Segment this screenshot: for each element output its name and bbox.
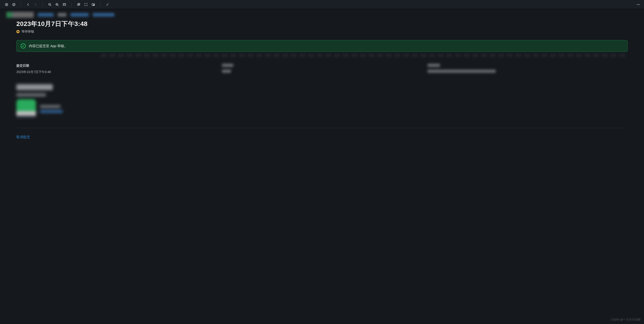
cancel-submit-link[interactable]: 取消提交 bbox=[16, 135, 30, 139]
content-area: 2023年10月7日下午3:48 等待审核 内容已提交至 App 审核。 提交日… bbox=[0, 19, 644, 148]
toolbar-group-close bbox=[2, 1, 19, 8]
fit-width-icon[interactable] bbox=[61, 1, 68, 8]
alert-message: 内容已提交至 App 审核。 bbox=[29, 44, 68, 48]
detail-label: 提交日期 bbox=[16, 64, 216, 68]
breadcrumb-item-redacted bbox=[93, 13, 114, 17]
detail-col-redacted bbox=[428, 64, 628, 74]
status-badge: 等待审核 bbox=[22, 30, 34, 34]
detail-col-submit-date: 提交日期 2023年10月7日下午3:48 bbox=[16, 64, 216, 74]
toolbar-group-tools bbox=[103, 1, 112, 8]
picture-in-picture-icon[interactable] bbox=[90, 1, 97, 8]
check-circle-icon bbox=[21, 44, 26, 49]
more-icon[interactable] bbox=[634, 1, 642, 8]
divider bbox=[16, 128, 628, 128]
toolbar-group-nav bbox=[24, 1, 40, 8]
details-grid: 提交日期 2023年10月7日下午3:48 bbox=[16, 64, 628, 74]
svg-point-11 bbox=[639, 4, 640, 5]
svg-point-9 bbox=[637, 4, 638, 5]
toolbar-group-window bbox=[74, 1, 98, 8]
toolbar-group-zoom bbox=[45, 1, 69, 8]
window-toolbar bbox=[0, 0, 644, 9]
magic-wand-icon[interactable] bbox=[104, 1, 111, 8]
zoom-in-icon[interactable] bbox=[54, 1, 60, 8]
clock-icon bbox=[16, 30, 20, 33]
status-row: 等待审核 bbox=[16, 30, 628, 34]
close-icon[interactable] bbox=[3, 1, 10, 8]
toolbar-separator bbox=[72, 2, 72, 7]
detail-value: 2023年10月7日下午3:48 bbox=[16, 70, 216, 74]
app-logo-redacted bbox=[6, 12, 34, 18]
breadcrumb-item-redacted bbox=[58, 13, 66, 17]
svg-rect-4 bbox=[63, 4, 66, 6]
submission-item-redacted bbox=[16, 99, 628, 119]
section-heading-redacted bbox=[16, 84, 628, 97]
copy-icon[interactable] bbox=[75, 1, 82, 8]
breadcrumb-item-redacted bbox=[70, 13, 89, 17]
svg-point-10 bbox=[638, 4, 639, 5]
redacted-strip bbox=[100, 54, 628, 57]
toolbar-separator bbox=[42, 2, 43, 7]
breadcrumb bbox=[0, 9, 644, 19]
block-icon[interactable] bbox=[10, 1, 17, 8]
success-alert: 内容已提交至 App 审核。 bbox=[16, 40, 628, 52]
toolbar-separator bbox=[100, 2, 100, 7]
page-body: 2023年10月7日下午3:48 等待审核 内容已提交至 App 审核。 提交日… bbox=[0, 9, 644, 324]
toolbar-separator bbox=[21, 2, 21, 7]
detail-col-redacted bbox=[222, 64, 422, 74]
app-thumbnail-redacted bbox=[16, 99, 36, 119]
breadcrumb-item-redacted bbox=[38, 13, 54, 17]
forward-icon bbox=[32, 1, 39, 8]
fullscreen-icon[interactable] bbox=[82, 1, 89, 8]
back-icon[interactable] bbox=[25, 1, 32, 8]
page-title: 2023年10月7日下午3:48 bbox=[16, 20, 628, 28]
zoom-out-icon[interactable] bbox=[46, 1, 53, 8]
svg-rect-8 bbox=[93, 5, 94, 6]
